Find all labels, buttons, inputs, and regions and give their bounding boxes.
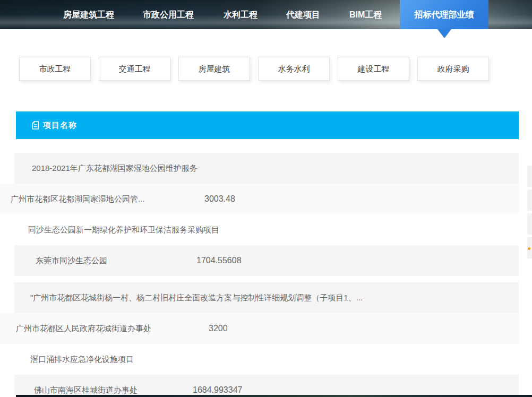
project-name-row[interactable]: 同沙生态公园新一期绿化养护和环卫保洁服务采购项目 xyxy=(14,214,519,245)
filter-button-construction[interactable]: 建设工程 xyxy=(338,57,409,81)
notification-dot-icon xyxy=(528,247,530,250)
floating-widget-button-2[interactable] xyxy=(527,189,532,211)
floating-widget-button-4[interactable] xyxy=(527,237,532,258)
project-name-row[interactable]: 2018-2021年广东花都湖国家湿地公园维护服务 xyxy=(14,153,519,184)
nav-tab-bidding-agency-active[interactable]: 招标代理部业绩 xyxy=(400,0,488,29)
owner-name: 东莞市同沙生态公园 xyxy=(36,256,107,265)
nav-item-water-conservancy[interactable]: 水利工程 xyxy=(224,0,258,29)
nav-item-agent-construction[interactable]: 代建项目 xyxy=(286,0,320,29)
floating-widget-button-1[interactable] xyxy=(527,166,532,187)
filter-button-transport[interactable]: 交通工程 xyxy=(99,57,170,81)
project-detail-row: 佛山市南海区桂城街道办事处 1684.993347 xyxy=(14,375,519,397)
list-header-title: 项目名称 xyxy=(43,120,77,131)
nav-item-municipal-public[interactable]: 市政公用工程 xyxy=(143,0,194,29)
contract-amount: 3200 xyxy=(209,313,228,344)
owner-name: 广州市花都区花都湖国家湿地公园管... xyxy=(11,194,145,203)
filter-button-municipal[interactable]: 市政工程 xyxy=(19,57,91,81)
owner-name: 广州市花都区人民政府花城街道办事处 xyxy=(16,324,151,333)
project-name-row[interactable]: 滘口涌排水应急净化设施项目 xyxy=(14,344,519,375)
owner-name: 佛山市南海区桂城街道办事处 xyxy=(34,385,138,394)
filter-button-gov-procurement[interactable]: 政府采购 xyxy=(417,57,489,81)
active-tab-pointer-icon xyxy=(437,29,451,38)
project-list: 2018-2021年广东花都湖国家湿地公园维护服务 广州市花都区花都湖国家湿地公… xyxy=(0,153,519,397)
project-detail-row: 广州市花都区花都湖国家湿地公园管... 3003.48 xyxy=(0,184,519,214)
page: 房屋建筑工程 市政公用工程 水利工程 代建项目 BIM工程 招标代理部业绩 市政… xyxy=(0,0,532,397)
project-name-row[interactable]: "广州市花都区花城街杨一村、杨二村旧村庄全面改造方案与控制性详细规划调整（子项目… xyxy=(14,282,519,313)
contract-amount: 3003.48 xyxy=(204,184,235,214)
list-header-bar: 项目名称 xyxy=(16,111,519,139)
project-detail-row: 广州市花都区人民政府花城街道办事处 3200 xyxy=(0,313,519,344)
floating-widget-button-3[interactable] xyxy=(527,213,532,235)
contract-amount: 1684.993347 xyxy=(193,375,242,397)
nav-item-bim[interactable]: BIM工程 xyxy=(349,0,382,29)
nav-item-housing-construction[interactable]: 房屋建筑工程 xyxy=(63,0,114,29)
project-detail-row: 东莞市同沙生态公园 1704.55608 xyxy=(14,245,519,276)
filter-button-housing[interactable]: 房屋建筑 xyxy=(178,57,250,81)
footer-image-edge xyxy=(16,395,532,397)
top-navigation: 房屋建筑工程 市政公用工程 水利工程 代建项目 BIM工程 招标代理部业绩 xyxy=(0,0,532,29)
filter-button-water[interactable]: 水务水利 xyxy=(258,57,330,81)
document-icon xyxy=(32,121,39,130)
contract-amount: 1704.55608 xyxy=(196,245,242,276)
